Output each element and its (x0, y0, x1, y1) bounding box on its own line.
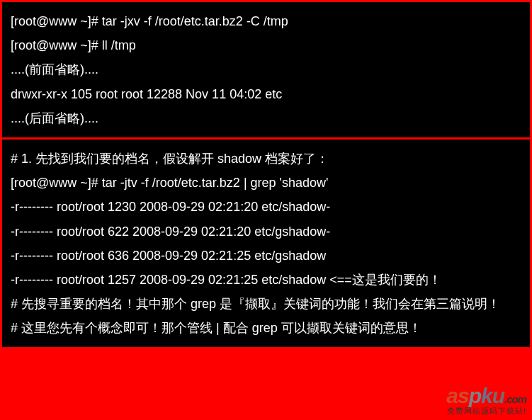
comment-line: # 这里您先有个概念即可！那个管线 | 配合 grep 可以撷取关键词的意思！ (11, 316, 521, 340)
terminal-line: ....(后面省略).... (11, 106, 521, 130)
terminal-line: [root@www ~]# tar -jtv -f /root/etc.tar.… (11, 171, 521, 195)
terminal-line: drwxr-xr-x 105 root root 12288 Nov 11 04… (11, 82, 521, 106)
watermark-text: aspku.com (446, 385, 526, 407)
wm-tld: .com (504, 393, 526, 405)
wm-letter: a (446, 384, 458, 407)
comment-line: # 先搜寻重要的档名！其中那个 grep 是『撷取』关键词的功能！我们会在第三篇… (11, 292, 521, 316)
wm-letter: k (481, 384, 492, 407)
terminal-line: [root@www ~]# ll /tmp (11, 33, 521, 57)
terminal-block-1: [root@www ~]# tar -jxv -f /root/etc.tar.… (2, 2, 530, 137)
terminal-line: [root@www ~]# tar -jxv -f /root/etc.tar.… (11, 9, 521, 33)
comment-line: # 1. 先找到我们要的档名，假设解开 shadow 档案好了： (11, 147, 521, 171)
wm-letter: p (469, 384, 481, 407)
terminal-line: ....(前面省略).... (11, 57, 521, 81)
output-line: -r-------- root/root 1230 2008-09-29 02:… (11, 195, 521, 219)
output-line: -r-------- root/root 636 2008-09-29 02:2… (11, 244, 521, 268)
output-line: -r-------- root/root 1257 2008-09-29 02:… (11, 268, 521, 292)
watermark-tagline: 免费网站源码下载站! (446, 407, 526, 416)
terminal-block-2: # 1. 先找到我们要的档名，假设解开 shadow 档案好了： [root@w… (2, 140, 530, 348)
wm-letter: u (492, 384, 504, 407)
output-line: -r-------- root/root 622 2008-09-29 02:2… (11, 220, 521, 244)
wm-letter: s (458, 384, 469, 407)
watermark-logo: aspku.com 免费网站源码下载站! (446, 385, 526, 416)
